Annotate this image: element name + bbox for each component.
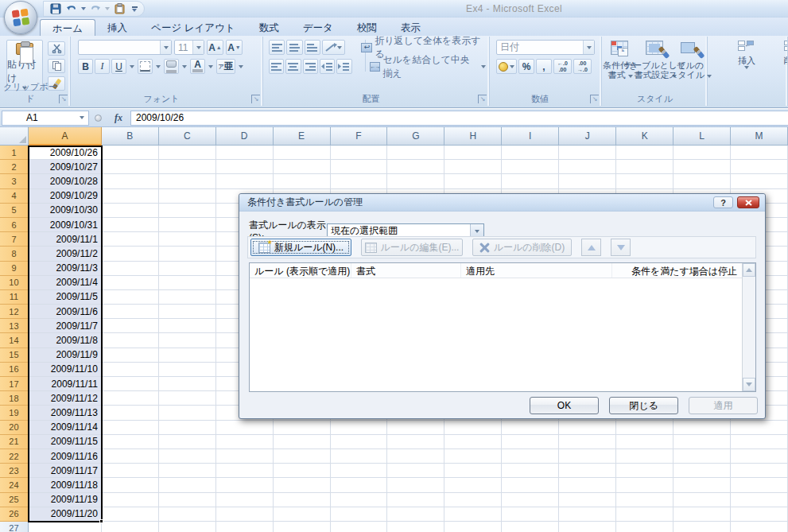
rules-list-scrollbar[interactable] bbox=[742, 263, 755, 391]
cell-B9[interactable] bbox=[102, 262, 159, 276]
cell-D25[interactable] bbox=[216, 493, 274, 507]
cell-J2[interactable] bbox=[559, 160, 616, 174]
cell-I2[interactable] bbox=[502, 160, 559, 174]
cell-C9[interactable] bbox=[159, 262, 216, 276]
cell-L1[interactable] bbox=[673, 146, 731, 160]
cell-A26[interactable]: 2009/11/20 bbox=[29, 507, 102, 522]
font-name-caret[interactable] bbox=[160, 41, 171, 54]
cell-E24[interactable] bbox=[274, 478, 331, 492]
cell-G23[interactable] bbox=[387, 464, 444, 478]
align-middle-button[interactable] bbox=[286, 40, 302, 55]
column-header-B[interactable]: B bbox=[102, 127, 159, 146]
cell-I3[interactable] bbox=[502, 174, 559, 188]
cell-F1[interactable] bbox=[331, 146, 388, 160]
cell-K24[interactable] bbox=[616, 478, 673, 492]
cell-M1[interactable] bbox=[731, 146, 788, 160]
cell-E2[interactable] bbox=[274, 160, 331, 174]
row-header-1[interactable]: 1 bbox=[0, 146, 29, 160]
cell-A13[interactable]: 2009/11/7 bbox=[29, 319, 102, 333]
clipboard-qat-button[interactable] bbox=[112, 2, 126, 16]
cell-J22[interactable] bbox=[559, 449, 616, 464]
column-header-K[interactable]: K bbox=[616, 127, 673, 146]
font-dialog-launcher-icon[interactable]: ↘ bbox=[251, 95, 260, 103]
redo-dropdown-caret[interactable] bbox=[105, 7, 110, 10]
font-color-button[interactable]: A bbox=[190, 59, 205, 74]
cell-L23[interactable] bbox=[673, 464, 731, 478]
cell-H22[interactable] bbox=[444, 449, 502, 464]
cell-K3[interactable] bbox=[616, 174, 673, 188]
cell-L2[interactable] bbox=[673, 160, 731, 174]
row-header-11[interactable]: 11 bbox=[0, 290, 29, 305]
cell-B17[interactable] bbox=[102, 377, 159, 391]
cell-F21[interactable] bbox=[331, 435, 388, 449]
cell-L20[interactable] bbox=[673, 421, 731, 435]
cell-D24[interactable] bbox=[216, 478, 274, 492]
cell-D23[interactable] bbox=[216, 464, 274, 478]
cell-L3[interactable] bbox=[673, 174, 731, 188]
undo-button[interactable] bbox=[64, 2, 79, 16]
decrease-decimal-button[interactable]: .00→.0 bbox=[573, 59, 592, 74]
select-all-corner[interactable] bbox=[0, 127, 29, 146]
cell-B20[interactable] bbox=[102, 421, 159, 435]
cell-E21[interactable] bbox=[274, 435, 331, 449]
row-header-14[interactable]: 14 bbox=[0, 333, 29, 348]
cell-C3[interactable] bbox=[159, 174, 216, 188]
underline-dropdown-caret[interactable] bbox=[128, 59, 136, 74]
cell-D22[interactable] bbox=[216, 449, 274, 464]
row-header-24[interactable]: 24 bbox=[0, 478, 29, 492]
cell-E27[interactable] bbox=[274, 522, 331, 532]
alignment-dialog-launcher-icon[interactable]: ↘ bbox=[478, 95, 487, 103]
cell-M26[interactable] bbox=[731, 507, 788, 522]
cell-B5[interactable] bbox=[102, 204, 159, 218]
cell-C21[interactable] bbox=[159, 435, 216, 449]
increase-indent-button[interactable] bbox=[336, 59, 351, 74]
cell-B21[interactable] bbox=[102, 435, 159, 449]
cell-M27[interactable] bbox=[731, 522, 788, 532]
row-header-9[interactable]: 9 bbox=[0, 262, 29, 276]
cell-J25[interactable] bbox=[559, 493, 616, 507]
cell-C11[interactable] bbox=[159, 290, 216, 305]
column-header-D[interactable]: D bbox=[216, 127, 274, 146]
cell-A15[interactable]: 2009/11/9 bbox=[29, 348, 102, 363]
row-header-5[interactable]: 5 bbox=[0, 204, 29, 218]
cell-E3[interactable] bbox=[274, 174, 331, 188]
column-header-M[interactable]: M bbox=[731, 127, 788, 146]
cell-F26[interactable] bbox=[331, 507, 388, 522]
cell-J3[interactable] bbox=[559, 174, 616, 188]
row-header-3[interactable]: 3 bbox=[0, 174, 29, 188]
cell-A20[interactable]: 2009/11/14 bbox=[29, 421, 102, 435]
row-header-15[interactable]: 15 bbox=[0, 348, 29, 363]
cell-A22[interactable]: 2009/11/16 bbox=[29, 449, 102, 464]
cell-A9[interactable]: 2009/11/3 bbox=[29, 262, 102, 276]
row-header-2[interactable]: 2 bbox=[0, 160, 29, 174]
dialog-close-button[interactable] bbox=[737, 196, 759, 208]
cell-B15[interactable] bbox=[102, 348, 159, 363]
cell-G22[interactable] bbox=[387, 449, 444, 464]
comma-style-button[interactable]: , bbox=[536, 59, 552, 74]
column-header-F[interactable]: F bbox=[331, 127, 388, 146]
row-header-17[interactable]: 17 bbox=[0, 377, 29, 391]
row-header-18[interactable]: 18 bbox=[0, 391, 29, 406]
cell-B23[interactable] bbox=[102, 464, 159, 478]
underline-button[interactable]: U bbox=[111, 59, 126, 74]
column-header-E[interactable]: E bbox=[274, 127, 331, 146]
font-name-combo[interactable] bbox=[78, 40, 172, 55]
ok-button[interactable]: OK bbox=[530, 397, 599, 414]
number-format-caret[interactable] bbox=[583, 41, 594, 54]
cell-C24[interactable] bbox=[159, 478, 216, 492]
orientation-button[interactable] bbox=[322, 40, 345, 55]
row-header-26[interactable]: 26 bbox=[0, 507, 29, 522]
redo-button[interactable] bbox=[88, 2, 103, 16]
cell-D26[interactable] bbox=[216, 507, 274, 522]
cell-L22[interactable] bbox=[673, 449, 731, 464]
cell-B27[interactable] bbox=[102, 522, 159, 532]
cell-J21[interactable] bbox=[559, 435, 616, 449]
cell-B8[interactable] bbox=[102, 247, 159, 261]
cell-F22[interactable] bbox=[331, 449, 388, 464]
cell-I20[interactable] bbox=[502, 421, 559, 435]
row-header-21[interactable]: 21 bbox=[0, 435, 29, 449]
cell-A25[interactable]: 2009/11/19 bbox=[29, 493, 102, 507]
cell-L25[interactable] bbox=[673, 493, 731, 507]
phonetic-dropdown-caret[interactable] bbox=[237, 59, 245, 74]
cell-L27[interactable] bbox=[673, 522, 731, 532]
